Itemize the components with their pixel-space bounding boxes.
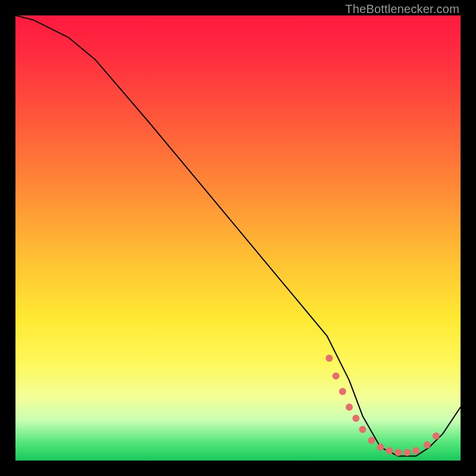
marker-dot [325, 355, 333, 362]
marker-dot [359, 426, 366, 433]
marker-dot [377, 444, 384, 451]
marker-dot [424, 441, 431, 449]
marker-dot [394, 449, 402, 456]
watermark-text: TheBottlenecker.com [345, 2, 459, 16]
chart-svg [15, 15, 461, 461]
marker-dot [368, 437, 375, 444]
marker-dot [386, 447, 393, 455]
marker-dot [433, 433, 440, 440]
marker-dot [352, 415, 359, 422]
marker-dot [412, 447, 419, 455]
plot-area [15, 15, 461, 461]
curve-layer [15, 15, 461, 456]
marker-dot [403, 449, 411, 456]
marker-dot [333, 372, 340, 380]
marker-dot [346, 403, 353, 411]
chart-stage: TheBottlenecker.com [0, 0, 476, 476]
curve-line [15, 15, 461, 456]
marker-dot [339, 388, 346, 395]
marker-layer [325, 355, 440, 456]
